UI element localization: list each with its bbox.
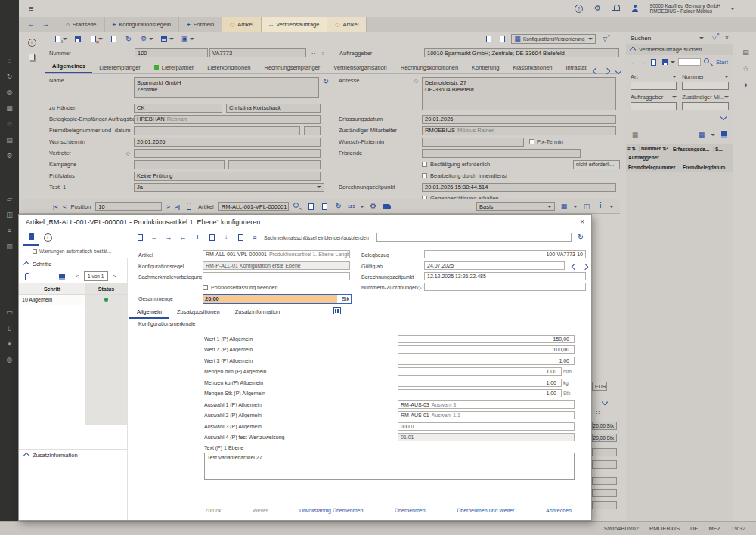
doc-print-icon[interactable] [497, 35, 507, 44]
assistant-icon[interactable]: ✦ [742, 82, 751, 90]
empty-field[interactable] [592, 489, 617, 497]
zurueck-button[interactable]: Zurück [205, 508, 221, 513]
folder-icon[interactable]: ▱ [5, 195, 14, 203]
criterion-dropdown-icon[interactable] [672, 76, 677, 78]
empty-field[interactable] [592, 448, 617, 456]
collapse-steps-icon[interactable] [23, 261, 29, 267]
collapse-section-icon[interactable] [630, 46, 636, 52]
search-icon[interactable] [5, 41, 14, 49]
uebernehmen-und-weiter-button[interactable]: Übernehmen und Weiter [457, 508, 514, 513]
nummer-input-1[interactable]: 100 [135, 48, 208, 57]
search-icon[interactable] [704, 58, 713, 66]
nummern-zuordnungen-label[interactable]: Nummern-Zuordnungen [361, 285, 422, 290]
number-assignment-icon[interactable] [309, 48, 318, 57]
tab-klassifikationen[interactable]: Klassifikationen [506, 61, 559, 73]
doc-icon[interactable] [307, 202, 316, 211]
table-view-icon[interactable] [631, 130, 640, 139]
doc-next-icon[interactable] [236, 233, 245, 242]
user-avatar-icon[interactable] [631, 5, 640, 12]
tab-konfigurationsregeln[interactable]: + Konfigurationsregeln [105, 17, 179, 32]
tab-rechnungskonditionen[interactable]: Rechnungskonditionen [394, 61, 465, 73]
text-cursor-icon[interactable] [596, 202, 605, 211]
refresh-name-icon[interactable] [321, 77, 330, 86]
tab-allgemeines[interactable]: Allgemeines [45, 60, 92, 73]
text-field-input[interactable]: Test Variantenartikel 27 [204, 453, 575, 480]
belegbezug-input[interactable]: 100-VA7773-10 [424, 250, 586, 258]
date-prev-icon[interactable] [572, 264, 578, 270]
documents-icon[interactable]: ▤ [5, 136, 14, 144]
fit-width-icon[interactable] [178, 233, 187, 242]
grid-icon[interactable]: ▥ [5, 243, 14, 251]
search-icon[interactable] [293, 203, 302, 210]
copy-icon[interactable] [27, 52, 36, 61]
tab-startseite[interactable]: ⌂ Startseite [58, 17, 105, 32]
diamond-icon[interactable]: ◇ [417, 285, 421, 291]
result-column[interactable]: Fremdbelegnummer [626, 165, 680, 170]
merkmal-input[interactable]: 150,00 [398, 335, 575, 343]
external-panel-icon[interactable] [742, 32, 751, 40]
criterion-input[interactable] [682, 82, 729, 90]
nummer-input-2[interactable]: VA7773 [209, 48, 306, 57]
versionierung-dropdown[interactable]: KonfigurationsVersionierung [511, 34, 596, 44]
export-icon[interactable] [720, 130, 729, 139]
gueltig-ab-label[interactable]: Gültig ab [361, 264, 422, 269]
fixtermin-input[interactable] [422, 138, 524, 147]
package-icon[interactable] [180, 34, 194, 43]
refresh-icon[interactable] [124, 34, 133, 43]
tabs-scroll-right-icon[interactable] [603, 68, 609, 74]
pruefstatus-input[interactable]: Keine Prüfung [134, 172, 321, 181]
gueltig-ab-input[interactable]: 24.07.2025 [424, 261, 565, 270]
fremdbelegnummer-input[interactable] [134, 126, 300, 135]
criterion-dropdown-icon[interactable] [724, 76, 729, 78]
pager-next-icon[interactable]: > [113, 273, 116, 280]
merkmal-input[interactable]: RM-AUS-03Auswahl 3 [398, 400, 575, 409]
rail-spacer[interactable] [5, 168, 14, 187]
rail-spacer[interactable] [5, 258, 14, 301]
qty-field[interactable]: 20,00 Stk [592, 434, 617, 442]
artikel-input[interactable]: RM-ALL-001-VPL-000001 [218, 202, 289, 211]
step-row[interactable]: 10 Allgemein [19, 295, 127, 305]
tab-rechnungsempfaenger[interactable]: Rechnungsempfänger [257, 61, 327, 73]
nicht-erforderlich-button[interactable]: nicht erforderli... [573, 160, 620, 169]
download-icon[interactable] [222, 233, 231, 242]
tools-icon[interactable]: ✶ [5, 340, 14, 348]
criterion-dropdown-icon[interactable] [724, 96, 729, 98]
list-icon[interactable] [250, 233, 259, 242]
menu-icon[interactable]: ≡ [29, 4, 33, 13]
columns-icon[interactable] [582, 202, 591, 211]
sachvorbelegung-input[interactable] [203, 272, 350, 280]
fit-height-icon[interactable] [193, 233, 202, 242]
positionserfassung-label[interactable]: Positionserfassung beenden [211, 285, 294, 290]
user-menu-chevron-icon[interactable] [730, 8, 735, 10]
result-column[interactable]: S... [714, 147, 733, 152]
doc-copy-icon[interactable] [321, 202, 330, 211]
search-back-icon[interactable]: ← [631, 59, 637, 66]
tab-vertriebsauftraege[interactable]: ∷ Vertriebsaufträge [262, 17, 327, 32]
settings-icon[interactable] [593, 4, 603, 13]
belegkopie-input[interactable]: HREBHANRebhan [134, 115, 321, 124]
vertreter-input[interactable] [134, 149, 321, 158]
berechnungszeitpunkt-input[interactable]: 12.12.2025 13:26:22.485 [424, 272, 586, 280]
gesamtmenge-input[interactable]: 20,00 Stk [203, 294, 352, 304]
diamond-icon[interactable]: ◇ [126, 150, 130, 156]
adresse-input[interactable]: Detmolderstr. 27 DE-33604 Bielefeld [422, 77, 616, 110]
artikel-input[interactable]: RM-ALL-001-VPL-000001Produktionsartikel … [203, 250, 350, 258]
position-input[interactable]: 10 [95, 202, 162, 211]
history-icon[interactable]: ↻ [5, 73, 14, 81]
info-icon[interactable] [27, 38, 36, 47]
more-criteria-icon[interactable] [720, 114, 727, 120]
calculator-icon[interactable] [333, 306, 342, 315]
first-position-icon[interactable]: |< [53, 203, 58, 210]
auftraggeber-input[interactable]: 10010 Sparmarkt GmbH; Zentrale; DE-33604… [424, 48, 619, 57]
tab-lieferpartner[interactable]: Lieferpartner [147, 61, 201, 73]
result-column[interactable]: Auftraggeber [626, 153, 733, 162]
steps-col-status[interactable]: Status [85, 283, 127, 294]
dialog-tab-allgemein[interactable]: Allgemein [129, 307, 169, 319]
empty-field[interactable] [592, 460, 617, 469]
wunschtermin-input[interactable]: 20.01.2026 [134, 138, 321, 147]
dialog-tab-zusatzpositionen[interactable]: Zusatzpositionen [169, 307, 228, 319]
new-doc-icon[interactable] [135, 233, 144, 242]
collapse-zusatzinfo-icon[interactable] [23, 452, 29, 458]
notifications-icon[interactable] [612, 5, 621, 12]
nummern-zuordnungen-input[interactable] [424, 283, 586, 291]
